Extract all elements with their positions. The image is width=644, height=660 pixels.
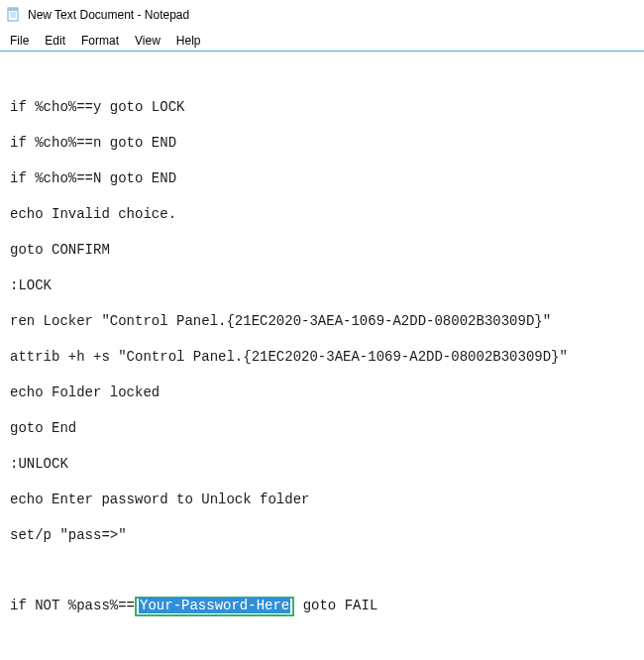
editor-line: if %cho%==n goto END [10, 135, 634, 153]
editor-line [10, 509, 634, 527]
editor-line [10, 331, 634, 349]
editor-line: if NOT %pass%==Your-Password-Here goto F… [10, 597, 634, 615]
titlebar: New Text Document - Notepad [0, 0, 644, 30]
editor-line: echo Enter password to Unlock folder [10, 492, 634, 509]
menu-file[interactable]: File [2, 32, 37, 50]
editor-line [10, 438, 634, 456]
text-fragment: if NOT %pass%== [10, 598, 135, 613]
editor-line [10, 402, 634, 420]
editor-line: :UNLOCK [10, 456, 634, 474]
menu-help[interactable]: Help [168, 32, 209, 50]
highlight-box: Your-Password-Here [135, 597, 294, 615]
editor-line: set/p "pass=>" [10, 527, 634, 545]
svg-rect-1 [8, 8, 18, 11]
menubar: File Edit Format View Help [0, 30, 644, 52]
editor-line [10, 545, 634, 563]
editor-line [10, 367, 634, 385]
editor-line: echo Folder locked [10, 385, 634, 402]
notepad-icon [6, 7, 22, 23]
editor-line [10, 188, 634, 206]
editor-line: goto End [10, 420, 634, 438]
window-title: New Text Document - Notepad [28, 8, 189, 22]
editor-line: :LOCK [10, 277, 634, 295]
menu-format[interactable]: Format [73, 32, 127, 50]
editor-line: goto CONFIRM [10, 242, 634, 260]
menu-edit[interactable]: Edit [37, 32, 73, 50]
selected-text: Your-Password-Here [139, 598, 290, 613]
menu-view[interactable]: View [127, 32, 168, 50]
editor-line: if %cho%==y goto LOCK [10, 99, 634, 117]
editor-line: if %cho%==N goto END [10, 170, 634, 188]
text-fragment: goto FAIL [294, 598, 377, 613]
editor-line [10, 260, 634, 277]
editor-line: ren Locker "Control Panel.{21EC2020-3AEA… [10, 313, 634, 331]
editor-line [10, 153, 634, 170]
editor-area[interactable]: if %cho%==y goto LOCK if %cho%==n goto E… [0, 52, 644, 643]
editor-line [10, 117, 634, 135]
editor-line [10, 295, 634, 313]
editor-line: attrib +h +s "Control Panel.{21EC2020-3A… [10, 349, 634, 367]
editor-line: echo Invalid choice. [10, 206, 634, 224]
editor-line [10, 474, 634, 492]
editor-line [10, 224, 634, 242]
